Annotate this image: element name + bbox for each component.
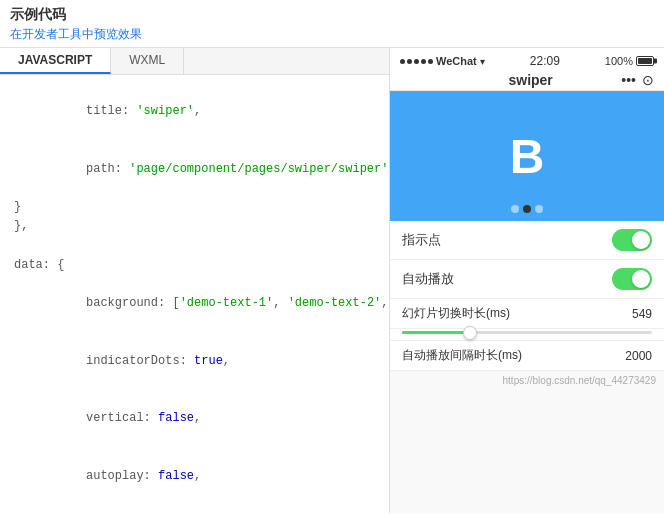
signal-dots xyxy=(400,59,433,64)
duration-slider-label: 幻灯片切换时长(ms) xyxy=(402,305,510,322)
tab-wxml[interactable]: WXML xyxy=(111,48,184,74)
page-subtitle: 在开发者工具中预览效果 xyxy=(10,26,654,43)
phone-bar: WeChat ▾ 22:09 100% swiper ••• ⊙ xyxy=(390,48,664,91)
indicator-dots-toggle[interactable] xyxy=(612,229,652,251)
page-header: 示例代码 在开发者工具中预览效果 xyxy=(0,0,664,48)
swiper-letter: B xyxy=(510,129,545,184)
code-line: } xyxy=(0,198,389,217)
carrier-label: WeChat xyxy=(436,55,477,67)
interval-slider-value: 2000 xyxy=(617,349,652,363)
watermark: https://blog.csdn.net/qq_44273429 xyxy=(390,371,664,390)
slider-row-interval: 自动播放间隔时长(ms) 2000 xyxy=(390,341,664,371)
battery-area: 100% xyxy=(605,55,654,67)
phone-status-bar: WeChat ▾ 22:09 100% xyxy=(390,52,664,70)
signal-dot-2 xyxy=(407,59,412,64)
autoplay-label: 自动播放 xyxy=(402,270,454,288)
code-line: vertical: false, xyxy=(0,390,389,448)
controls-area: 指示点 自动播放 幻灯片切换时长(ms) 549 自动播放间隔时长(ms) xyxy=(390,221,664,371)
slider-row-duration: 幻灯片切换时长(ms) 549 xyxy=(390,299,664,329)
battery-fill xyxy=(638,58,652,64)
slider-track-container-duration[interactable] xyxy=(390,329,664,341)
control-row-indicator-dots: 指示点 xyxy=(390,221,664,260)
wifi-icon: ▾ xyxy=(480,56,485,67)
slider-track-duration[interactable] xyxy=(402,331,652,334)
swiper-dot-2 xyxy=(523,205,531,213)
duration-slider-value: 549 xyxy=(617,307,652,321)
code-line: }, xyxy=(0,217,389,236)
battery-icon xyxy=(636,56,654,66)
signal-dot-4 xyxy=(421,59,426,64)
phone-title-bar: swiper ••• ⊙ xyxy=(390,70,664,90)
swiper-dot-1 xyxy=(511,205,519,213)
indicator-dots-label: 指示点 xyxy=(402,231,441,249)
code-line: autoplay: false, xyxy=(0,448,389,506)
slider-thumb-duration[interactable] xyxy=(463,326,477,340)
signal-dot-3 xyxy=(414,59,419,64)
code-line: background: ['demo-text-1', 'demo-text-2… xyxy=(0,275,389,333)
right-panel: WeChat ▾ 22:09 100% swiper ••• ⊙ xyxy=(390,48,664,513)
swiper-preview: B xyxy=(390,91,664,221)
code-line: indicatorDots: true, xyxy=(0,332,389,390)
code-line: path: 'page/component/pages/swiper/swipe… xyxy=(0,141,389,199)
phone-status-left: WeChat ▾ xyxy=(400,55,485,67)
page-title: 示例代码 xyxy=(10,6,654,24)
main-container: JAVASCRIPT WXML title: 'swiper', path: '… xyxy=(0,48,664,513)
signal-dot-1 xyxy=(400,59,405,64)
code-line: interval: 2000, xyxy=(0,505,389,513)
code-line: data: { xyxy=(0,256,389,275)
code-line: title: 'swiper', xyxy=(0,83,389,141)
nav-more-icon[interactable]: ••• xyxy=(621,72,636,88)
interval-slider-label: 自动播放间隔时长(ms) xyxy=(402,347,522,364)
tab-javascript[interactable]: JAVASCRIPT xyxy=(0,48,111,74)
phone-nav-icons: ••• ⊙ xyxy=(621,72,654,88)
phone-nav-title: swiper xyxy=(508,72,552,88)
code-panel: JAVASCRIPT WXML title: 'swiper', path: '… xyxy=(0,48,390,513)
battery-pct: 100% xyxy=(605,55,633,67)
signal-dot-5 xyxy=(428,59,433,64)
nav-target-icon[interactable]: ⊙ xyxy=(642,72,654,88)
swiper-dots xyxy=(511,205,543,213)
tabs-bar: JAVASCRIPT WXML xyxy=(0,48,389,75)
slider-fill-duration xyxy=(402,331,470,334)
time-display: 22:09 xyxy=(530,54,560,68)
code-content[interactable]: title: 'swiper', path: 'page/component/p… xyxy=(0,75,389,513)
code-line xyxy=(0,237,389,256)
autoplay-toggle[interactable] xyxy=(612,268,652,290)
control-row-autoplay: 自动播放 xyxy=(390,260,664,299)
swiper-dot-3 xyxy=(535,205,543,213)
